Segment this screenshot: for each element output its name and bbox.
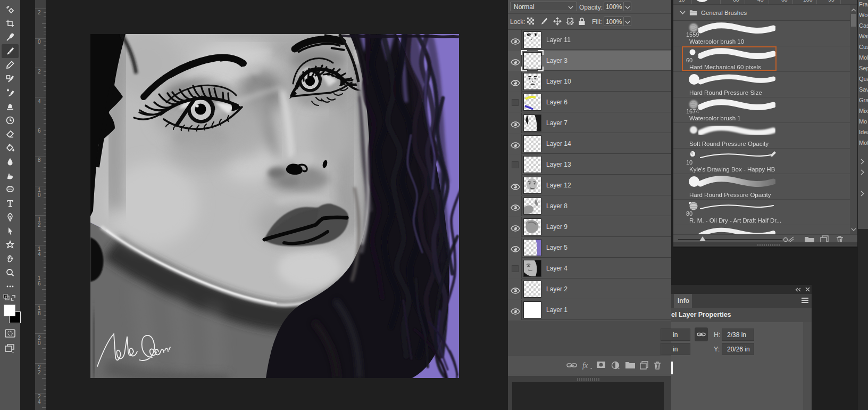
- svg-text:fx: fx: [582, 362, 588, 370]
